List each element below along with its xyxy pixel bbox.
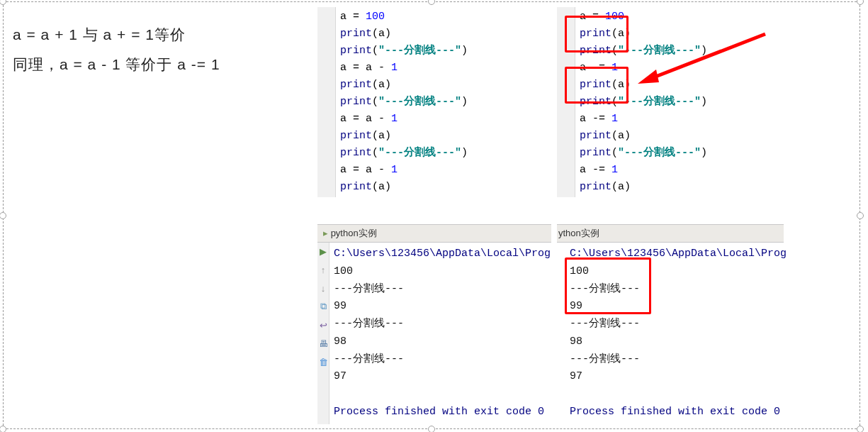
resize-handle-e[interactable] <box>857 212 864 219</box>
code-editor-left[interactable]: a = 100print(a)print("---分割线---")a = a -… <box>336 7 551 197</box>
code-line: a = 100 <box>340 9 547 26</box>
code-line: print(a) <box>580 179 779 196</box>
console-path: C:\Users\123456\AppData\Local\Prog <box>334 245 551 263</box>
code-line: print("---分割线---") <box>340 43 547 60</box>
clear-all-icon[interactable]: 🗑 <box>317 356 329 367</box>
console-tab-left[interactable]: ▸ python实例 <box>317 224 551 243</box>
console-exit: Process finished with exit code 0 <box>570 404 787 421</box>
console-output-right[interactable]: C:\Users\123456\AppData\Local\Prog 100--… <box>557 243 791 424</box>
code-line: a -= 1 <box>580 60 779 77</box>
code-line: print("---分割线---") <box>580 94 779 111</box>
console-line: ---分割线--- <box>570 281 787 299</box>
resize-handle-s[interactable] <box>428 426 435 432</box>
console-toolbar: ▶ ↑ ↓ ⧉ ↩ 🖶 🗑 <box>317 243 329 424</box>
play-marker-icon: ▸ <box>323 228 328 238</box>
code-line: print(a) <box>340 128 547 145</box>
soft-wrap-icon[interactable]: ↩ <box>317 319 329 331</box>
rerun-icon[interactable]: ▶ <box>317 245 329 257</box>
scroll-down-icon[interactable]: ↓ <box>317 282 329 294</box>
console-line: 99 <box>334 298 551 316</box>
console-line: ---分割线--- <box>334 351 551 369</box>
code-panel-left: a = 100print(a)print("---分割线---")a = a -… <box>317 7 551 197</box>
code-panel-right: a = 100print(a)print("---分割线---")a -= 1p… <box>557 7 784 197</box>
console-line: ---分割线--- <box>570 351 787 369</box>
code-line: a = a - 1 <box>340 60 547 77</box>
console-exit: Process finished with exit code 0 <box>334 404 551 421</box>
console-output-left[interactable]: C:\Users\123456\AppData\Local\Prog 100--… <box>329 243 555 424</box>
editor-gutter <box>317 7 336 197</box>
console-line: 97 <box>334 368 551 386</box>
console-line: 100 <box>570 263 787 281</box>
code-line: print(a) <box>340 77 547 94</box>
toggle-box-icon[interactable]: ⧉ <box>317 301 329 312</box>
annotation-line-1: a = a + 1 与 a + = 1等价 <box>13 20 220 50</box>
console-panel-left: ▸ python实例 ▶ ↑ ↓ ⧉ ↩ 🖶 🗑 C:\Users\123456… <box>317 224 551 424</box>
code-line: print("---分割线---") <box>340 94 547 111</box>
console-path: C:\Users\123456\AppData\Local\Prog <box>570 245 787 263</box>
console-panel-right: ython实例 C:\Users\123456\AppData\Local\Pr… <box>557 224 784 424</box>
annotation-text: a = a + 1 与 a + = 1等价 同理，a = a - 1 等价于 a… <box>13 20 220 79</box>
console-line: ---分割线--- <box>334 316 551 333</box>
code-line: a = 100 <box>580 9 779 26</box>
console-line: ---分割线--- <box>570 316 787 333</box>
resize-handle-sw[interactable] <box>0 426 6 432</box>
scroll-up-icon[interactable]: ↑ <box>317 264 329 275</box>
resize-handle-ne[interactable] <box>857 0 864 5</box>
code-line: print(a) <box>340 179 547 196</box>
console-tab-label: ython实例 <box>558 228 599 238</box>
code-line: a = a - 1 <box>340 111 547 128</box>
console-line: 98 <box>334 333 551 351</box>
code-line: print(a) <box>580 26 779 43</box>
code-line: print("---分割线---") <box>340 145 547 162</box>
code-line: print(a) <box>580 77 779 94</box>
code-line: print(a) <box>340 26 547 43</box>
annotation-line-2: 同理，a = a - 1 等价于 a -= 1 <box>13 50 220 79</box>
code-line: print(a) <box>580 128 779 145</box>
console-line: 99 <box>570 298 787 316</box>
code-line: print("---分割线---") <box>580 145 779 162</box>
code-editor-right[interactable]: a = 100print(a)print("---分割线---")a -= 1p… <box>575 7 784 197</box>
editor-gutter <box>557 7 575 197</box>
console-line: 100 <box>334 263 551 281</box>
code-line: a -= 1 <box>580 111 779 128</box>
code-line: print("---分割线---") <box>580 43 779 60</box>
console-line: ---分割线--- <box>334 281 551 299</box>
console-tab-label: python实例 <box>331 228 377 238</box>
code-line: a -= 1 <box>580 162 779 179</box>
code-line: a = a - 1 <box>340 162 547 179</box>
console-line: 98 <box>570 333 787 351</box>
console-line: 97 <box>570 368 787 386</box>
console-tab-right[interactable]: ython实例 <box>557 224 784 243</box>
resize-handle-se[interactable] <box>857 426 864 432</box>
print-icon[interactable]: 🖶 <box>317 338 329 349</box>
